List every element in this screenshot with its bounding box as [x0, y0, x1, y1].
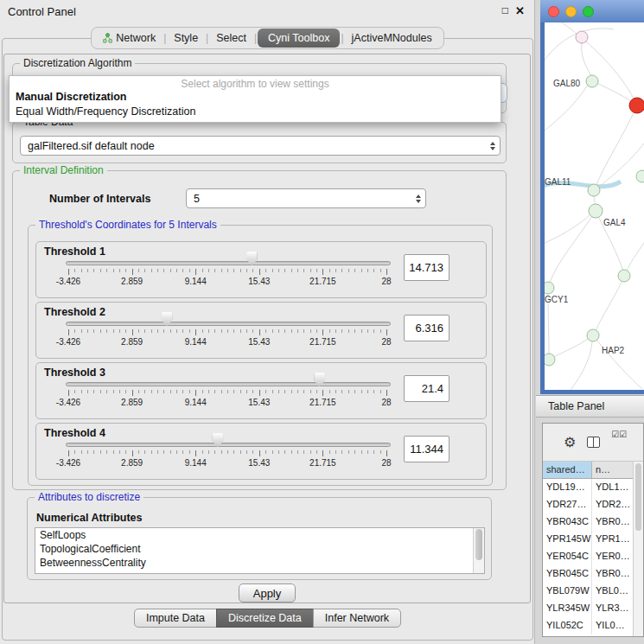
thresholds-group-label: Threshold's Coordinates for 5 Intervals: [35, 219, 220, 231]
slider-area[interactable]: [68, 433, 386, 449]
table-data-combo[interactable]: galFiltered.sif default node: [20, 136, 501, 156]
network-window-titlebar: [540, 0, 644, 22]
table-scrollbar[interactable]: [633, 462, 643, 636]
network-canvas[interactable]: GAL80 GAL11 GAL4 GCY1 HAP2: [545, 22, 644, 390]
tab-cyni-toolbox[interactable]: Cyni Toolbox: [258, 29, 340, 48]
minimize-traffic-light-icon[interactable]: [565, 6, 577, 17]
tab-impute-data[interactable]: Impute Data: [134, 609, 217, 628]
control-panel-titlebar: Control Panel □ ✕: [0, 0, 534, 22]
bottom-tab-bar: Impute DataDiscretize DataInfer Network: [0, 609, 535, 628]
network-node[interactable]: [618, 270, 630, 282]
attribute-item-betweennesscentrality[interactable]: BetweennessCentrality: [35, 556, 484, 570]
select-checkboxes-icon[interactable]: ☑☑: [611, 430, 627, 439]
float-window-icon[interactable]: □: [502, 4, 508, 16]
table-cell: YBR045C: [543, 565, 592, 583]
selected-node[interactable]: [629, 98, 644, 113]
table-row[interactable]: YLR345WYLR3…: [543, 600, 643, 617]
node-label: GAL11: [545, 177, 571, 187]
network-node[interactable]: [589, 204, 603, 218]
top-tab-bar: Network|Style|Select|Cyni Toolbox|jActiv…: [0, 27, 535, 49]
attribute-item-selfloops[interactable]: SelfLoops: [35, 528, 484, 542]
tick-label: 21.715: [309, 337, 336, 347]
tab-discretize-data[interactable]: Discretize Data: [216, 609, 314, 628]
threshold-block: Threshold 3 -3.4262.8599.14415.4321.7152…: [35, 362, 487, 419]
node-label: GCY1: [545, 295, 569, 304]
slider-tick-labels: -3.4262.8599.14415.4321.71528: [68, 458, 386, 469]
network-node[interactable]: [545, 282, 554, 294]
algorithm-option-equal-width-frequency-discretization[interactable]: Equal Width/Frequency Discretization: [10, 105, 501, 119]
numerical-attributes-label: Numerical Attributes: [36, 512, 142, 524]
tab-label: Cyni Toolbox: [268, 32, 329, 44]
tab-strip: Network|Style|Select|Cyni Toolbox|jActiv…: [91, 27, 443, 49]
table-cell: YBL079W: [543, 583, 592, 600]
tick-label: 2.859: [121, 458, 143, 468]
threshold-value[interactable]: 14.713: [404, 254, 450, 281]
table-row[interactable]: YDL19…YDL1…: [543, 479, 643, 496]
interval-definition-group: Interval Definition Number of Intervals …: [12, 170, 507, 490]
network-node[interactable]: [576, 31, 588, 43]
close-traffic-light-icon[interactable]: [548, 6, 559, 17]
slider-area[interactable]: [68, 373, 386, 388]
slider-thumb[interactable]: [162, 312, 173, 327]
columns-icon[interactable]: [587, 437, 600, 448]
slider-thumb[interactable]: [212, 433, 223, 448]
table-row[interactable]: YER054CYER0…: [543, 548, 643, 565]
column-header-0[interactable]: shared…: [543, 462, 592, 479]
tab-jactivemnodules[interactable]: jActiveMNodules: [345, 29, 439, 47]
threshold-value[interactable]: 11.344: [404, 436, 450, 462]
attributes-group: Attributes to discretize Numerical Attri…: [27, 497, 492, 580]
slider-area[interactable]: [68, 312, 386, 328]
tab-separator: |: [163, 32, 166, 44]
table-row[interactable]: YBR045CYBR0…: [543, 565, 643, 583]
zoom-traffic-light-icon[interactable]: [583, 6, 594, 17]
table-row[interactable]: YIL052CYIL0…: [543, 617, 643, 634]
number-of-intervals-combo[interactable]: 5: [186, 188, 426, 208]
tab-network[interactable]: Network: [96, 29, 163, 47]
table-row[interactable]: YPR145WYPR1…: [543, 531, 643, 548]
table-body: YDL19…YDL1…YDR27…YDR2…YBR043CYBR0…YPR145…: [543, 479, 643, 636]
table-cell: YLR345W: [543, 600, 592, 617]
number-of-intervals-value: 5: [187, 193, 411, 205]
apply-button[interactable]: Apply: [239, 583, 296, 603]
scrollbar-thumb[interactable]: [475, 529, 482, 560]
table-panel-header[interactable]: Table Panel: [536, 395, 644, 418]
threshold-block: Threshold 4 -3.4262.8599.14415.4321.7152…: [35, 423, 487, 480]
slider-thumb[interactable]: [246, 252, 258, 266]
list-scrollbar[interactable]: [473, 528, 484, 573]
scrollbar-thumb[interactable]: [635, 463, 641, 531]
node-label: HAP2: [602, 346, 625, 355]
thresholds-group: Threshold's Coordinates for 5 Intervals …: [28, 225, 493, 486]
attribute-item-topologicalcoefficient[interactable]: TopologicalCoefficient: [35, 542, 484, 556]
network-node[interactable]: [586, 75, 598, 87]
tab-separator: |: [341, 32, 343, 44]
table-row[interactable]: YDR27…YDR2…: [543, 496, 643, 513]
tab-select[interactable]: Select: [209, 29, 253, 47]
slider-tick-labels: -3.4262.8599.14415.4321.71528: [68, 337, 386, 348]
dropdown-options: Manual DiscretizationEqual Width/Frequen…: [10, 90, 501, 119]
tab-infer-network[interactable]: Infer Network: [313, 609, 401, 628]
network-node[interactable]: [545, 354, 555, 366]
close-icon[interactable]: ✕: [515, 4, 525, 17]
tab-style[interactable]: Style: [167, 29, 205, 47]
interval-definition-label: Interval Definition: [20, 164, 107, 176]
network-node[interactable]: [636, 170, 644, 182]
table-row[interactable]: YBL079WYBL0…: [543, 583, 643, 600]
tick-label: 9.144: [185, 277, 207, 286]
network-node[interactable]: [588, 184, 600, 196]
combo-stepper-icon: [411, 194, 425, 203]
table-cell: YIL052C: [543, 617, 592, 634]
threshold-value[interactable]: 6.316: [404, 315, 450, 341]
slider-thumb[interactable]: [314, 373, 325, 387]
table-cell: YDL19…: [543, 479, 592, 496]
gear-icon[interactable]: ⚙: [564, 436, 576, 450]
threshold-value[interactable]: 21.4: [404, 375, 450, 402]
tick-label: -3.426: [56, 458, 80, 468]
algorithm-option-manual-discretization[interactable]: Manual Discretization: [10, 90, 501, 105]
numerical-attributes-list[interactable]: SelfLoopsTopologicalCoefficientBetweenne…: [35, 527, 485, 574]
tick-label: 15.43: [248, 398, 270, 407]
table-row[interactable]: YBR043CYBR0…: [543, 513, 643, 531]
slider-area[interactable]: [68, 252, 386, 267]
tick-label: 2.859: [121, 337, 143, 347]
node-label: GAL80: [553, 79, 581, 88]
network-node[interactable]: [587, 329, 599, 341]
